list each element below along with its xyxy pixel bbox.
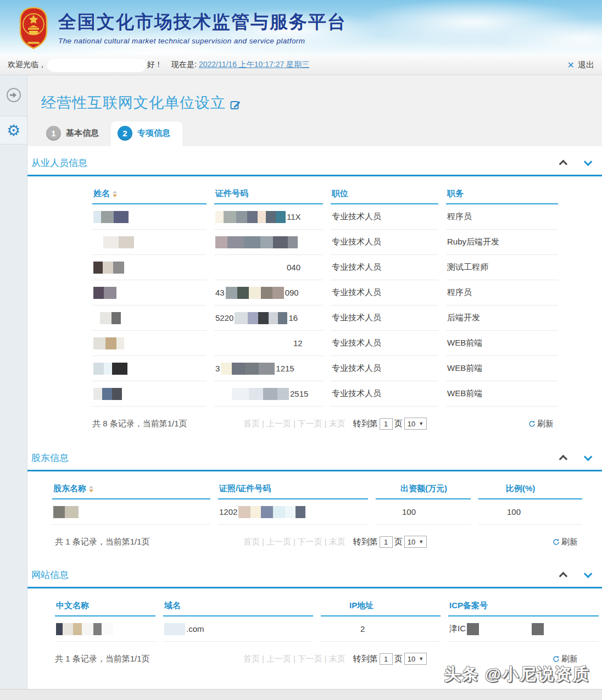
collapse-down-icon[interactable] <box>584 570 593 579</box>
section-shareholders-header: 股东信息 <box>27 448 602 471</box>
refresh-button[interactable]: 刷新 <box>553 537 582 547</box>
redacted-name <box>53 506 79 518</box>
table-row: 2515 专业技术人员 WEB前端 <box>92 381 558 407</box>
table-row: 040 专业技术人员 测试工程师 <box>92 255 558 280</box>
col-id-number: 证件号码 <box>214 185 323 204</box>
page-size-select[interactable]: 10▼ <box>404 418 427 430</box>
refresh-icon <box>553 655 560 663</box>
col-license-id: 证照/证件号码 <box>218 480 368 499</box>
collapse-up-icon[interactable] <box>559 160 568 169</box>
tab-basic-info[interactable]: 1 基本信息 <box>40 121 111 146</box>
sidebar: ⚙ <box>0 75 27 689</box>
redacted-id <box>235 312 287 324</box>
page-label: 页 <box>394 419 403 429</box>
prev-page-link[interactable]: 上一页 <box>266 419 291 429</box>
col-ip: IP地址 <box>321 597 441 616</box>
current-datetime: 2022/11/16 上午10:17:27 星期三 <box>199 60 309 70</box>
redacted-name <box>93 287 116 299</box>
prev-page-link[interactable]: 上一页 <box>266 537 291 547</box>
logout-button[interactable]: ✕ 退出 <box>567 60 594 70</box>
prev-page-link[interactable]: 上一页 <box>266 654 291 664</box>
site-title: 全国文化市场技术监管与服务平台 <box>58 10 347 35</box>
redacted-name <box>100 312 121 324</box>
site-header: 全国文化市场技术监管与服务平台 The national cultural ma… <box>0 0 602 55</box>
refresh-icon <box>553 538 560 546</box>
sort-icon[interactable] <box>113 191 117 197</box>
main-area: ⚙ 经营性互联网文化单位设立 1 基本信息 2 专项信息 从业人员信 <box>0 75 602 689</box>
table-row: 11X 专业技术人员 程序员 <box>92 204 558 230</box>
page-size-select[interactable]: 10▼ <box>404 653 427 665</box>
col-position: 职位 <box>331 185 438 204</box>
collapse-down-icon[interactable] <box>584 453 593 462</box>
welcome-bar: 欢迎光临，好！ 现在是: 2022/11/16 上午10:17:27 星期三 ✕… <box>0 55 602 75</box>
goto-page-input[interactable] <box>380 418 393 430</box>
site-subtitle: The national cultural market technical s… <box>58 37 347 45</box>
website-table-header: 中文名称 域名 IP地址 ICP备案号 <box>55 597 599 616</box>
shareholders-table: 股东名称 证照/证件号码 出资额(万元) 比例(%) 1202 100 100 <box>52 480 582 525</box>
first-page-link[interactable]: 首页 <box>243 537 260 547</box>
section-website: 网站信息 中文名称 域名 IP地址 ICP备案号 .co <box>27 565 602 665</box>
first-page-link[interactable]: 首页 <box>243 419 260 429</box>
shareholders-table-header: 股东名称 证照/证件号码 出资额(万元) 比例(%) <box>52 480 582 499</box>
record-count: 共 1 条记录，当前第1/1页 <box>55 537 243 547</box>
chevron-down-icon: ▼ <box>419 656 423 662</box>
goto-page-input[interactable] <box>380 536 393 548</box>
table-row: 12 专业技术人员 WEB前端 <box>92 331 558 356</box>
redacted-name <box>93 337 124 349</box>
page-title: 经营性互联网文化单位设立 <box>41 93 226 113</box>
tab-special-info-label: 专项信息 <box>137 128 170 138</box>
section-title: 股东信息 <box>31 452 69 464</box>
col-duty: 职务 <box>446 185 558 204</box>
page-label: 页 <box>394 537 403 547</box>
edit-icon[interactable] <box>230 99 241 110</box>
refresh-button[interactable]: 刷新 <box>528 419 558 429</box>
col-icp: ICP备案号 <box>448 597 599 616</box>
page-label: 页 <box>394 654 403 664</box>
tab-special-info[interactable]: 2 专项信息 <box>111 121 182 146</box>
banner-titles: 全国文化市场技术监管与服务平台 The national cultural ma… <box>58 10 347 45</box>
redacted-name <box>93 363 127 375</box>
shareholders-pagination: 共 1 条记录，当前第1/1页 首页|上一页|下一页|末页 转到第 页 10▼ <box>55 536 582 548</box>
table-row: .com 2 津IC <box>55 616 599 642</box>
last-page-link[interactable]: 末页 <box>329 654 345 664</box>
col-name[interactable]: 姓名 <box>92 185 207 204</box>
refresh-button[interactable]: 刷新 <box>553 654 582 664</box>
step-2-badge: 2 <box>118 126 132 141</box>
redacted-name <box>93 211 129 223</box>
goto-page-input[interactable] <box>380 653 393 665</box>
record-count: 共 1 条记录，当前第1/1页 <box>55 654 243 664</box>
next-page-link[interactable]: 下一页 <box>298 537 322 547</box>
redacted-name <box>93 262 124 274</box>
redacted-domain <box>164 623 185 635</box>
collapse-down-icon[interactable] <box>584 158 593 166</box>
last-page-link[interactable]: 末页 <box>329 419 345 429</box>
content-area: 经营性互联网文化单位设立 1 基本信息 2 专项信息 从业人员信息 <box>27 75 602 689</box>
col-shareholder-name[interactable]: 股东名称 <box>52 480 210 499</box>
redacted-id <box>226 287 284 299</box>
table-row: 专业技术人员 Ruby后端开发 <box>92 230 558 255</box>
next-page-link[interactable]: 下一页 <box>298 654 322 664</box>
watermark: 头条 @小尼说资质 <box>444 663 590 686</box>
gear-icon[interactable]: ⚙ <box>0 116 27 145</box>
redacted-icp <box>532 623 544 635</box>
col-ratio: 比例(%) <box>478 480 582 499</box>
expand-arrow-icon[interactable] <box>6 87 21 103</box>
wizard-tabs: 1 基本信息 2 专项信息 <box>27 113 602 146</box>
tab-basic-info-label: 基本信息 <box>66 128 99 138</box>
sort-icon[interactable] <box>89 486 93 492</box>
page-size-select[interactable]: 10▼ <box>404 536 427 548</box>
welcome-prefix: 欢迎光临， <box>8 60 46 70</box>
next-page-link[interactable]: 下一页 <box>298 419 322 429</box>
collapse-up-icon[interactable] <box>559 572 568 581</box>
goto-label: 转到第 <box>353 419 378 429</box>
redacted-name <box>103 236 134 248</box>
table-row: 1202 100 100 <box>52 499 582 525</box>
redacted-id <box>238 506 305 518</box>
close-icon: ✕ <box>567 60 575 70</box>
logout-label: 退出 <box>578 60 594 70</box>
redacted-username <box>47 59 146 72</box>
collapse-up-icon[interactable] <box>559 455 568 464</box>
first-page-link[interactable]: 首页 <box>243 654 260 664</box>
last-page-link[interactable]: 末页 <box>329 537 345 547</box>
table-row: 43090 专业技术人员 程序员 <box>92 280 558 305</box>
